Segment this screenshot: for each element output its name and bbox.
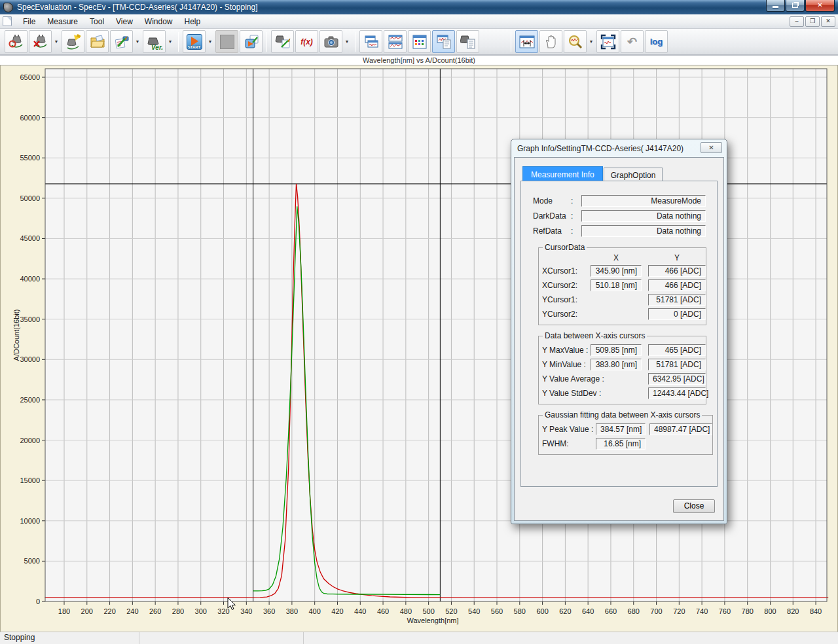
svg-text:440: 440 [354, 607, 366, 615]
disconnect-button[interactable] [29, 30, 52, 53]
menu-file[interactable]: File [17, 15, 41, 28]
svg-text:620: 620 [559, 607, 571, 615]
between-cursors-group: Data between X-axis cursors Y MaxValue :… [538, 331, 706, 404]
minimize-button[interactable] [766, 0, 785, 12]
status-text: Stopping [0, 632, 139, 644]
svg-text:360: 360 [263, 607, 275, 615]
svg-text:55000: 55000 [20, 154, 40, 162]
svg-text:640: 640 [582, 607, 594, 615]
fit-window-button[interactable] [596, 30, 619, 53]
svg-text:35000: 35000 [20, 315, 40, 323]
measurement-info-page: Mode : MeasureMode DarkData : Data nothi… [520, 181, 718, 487]
cursor-data-title: CursorData [543, 243, 587, 252]
dialog-close-icon[interactable]: ✕ [701, 142, 722, 153]
dialog-content: Measurement Info GraphOption Mode : Meas… [514, 157, 724, 521]
mode-label: Mode [533, 196, 571, 206]
darkdata-row: DarkData : Data nothing [533, 209, 717, 222]
menu-help[interactable]: Help [179, 15, 207, 28]
chart-title: Wavelength[nm] vs A/Dcount(16bit) [0, 55, 838, 65]
graph-info-button[interactable] [432, 30, 455, 53]
svg-text:540: 540 [468, 607, 480, 615]
svg-text:45000: 45000 [20, 234, 40, 242]
title-bar[interactable]: SpecEvaluation - SpecEv - [TM-CCD-Aserie… [0, 0, 838, 14]
menu-view[interactable]: View [110, 15, 139, 28]
device-info-button[interactable] [456, 30, 479, 53]
connect-button[interactable] [5, 30, 27, 53]
mode-value: MeasureMode [581, 195, 706, 207]
svg-text:840: 840 [810, 607, 822, 615]
version-dropdown[interactable]: ▼ [166, 30, 174, 53]
svg-text:480: 480 [400, 607, 412, 615]
capture-dropdown[interactable]: ▼ [343, 30, 351, 53]
svg-text:680: 680 [628, 607, 640, 615]
start-button[interactable]: START [183, 30, 206, 53]
refdata-label: RefData [533, 226, 571, 236]
mdi-minimize-button[interactable]: – [790, 16, 804, 27]
restore-button[interactable] [786, 0, 805, 12]
svg-text:60000: 60000 [20, 114, 40, 122]
function-button[interactable]: f(x) [295, 30, 318, 53]
tile-windows-button[interactable] [384, 30, 407, 53]
yavg-row: Y Value Average : 6342.95 [ADC] [542, 373, 706, 385]
svg-text:280: 280 [172, 607, 184, 615]
setting-save-dropdown[interactable]: ▼ [134, 30, 141, 53]
version-button[interactable]: Ver. [143, 30, 166, 53]
menu-window[interactable]: Window [139, 15, 179, 28]
svg-text:740: 740 [696, 607, 708, 615]
ycursor2-row: YCursor2: 0 [ADC] [542, 308, 706, 320]
svg-text:260: 260 [149, 607, 161, 615]
cursor-data-group: CursorData XY XCursor1: 345.90 [nm] 466 … [538, 243, 706, 325]
svg-text:40000: 40000 [20, 275, 40, 283]
start-dropdown[interactable]: ▼ [206, 30, 214, 53]
mdi-close-button[interactable]: ✕ [821, 16, 835, 27]
undo-button: ↶ [621, 30, 644, 53]
dialog-titlebar[interactable]: Graph Info/SettingTM-CCD-Aseries( J4147A… [511, 139, 727, 157]
open-button[interactable] [86, 30, 109, 53]
svg-text:420: 420 [331, 607, 343, 615]
app-icon [3, 3, 13, 12]
svg-text:520: 520 [445, 607, 457, 615]
gaussian-title: Gaussian fitting data between X-axis cur… [543, 410, 702, 420]
svg-text:460: 460 [377, 607, 389, 615]
svg-text:10000: 10000 [20, 517, 40, 525]
ymin-row: Y MinValue : 383.80 [nm] 51781 [ADC] [542, 359, 706, 370]
svg-text:0: 0 [36, 598, 40, 605]
setting-save-button[interactable] [110, 30, 133, 53]
svg-text:340: 340 [240, 607, 252, 615]
cascade-windows-button[interactable] [359, 30, 382, 53]
mdi-document-icon[interactable] [3, 16, 12, 26]
cursor-button[interactable] [515, 30, 538, 53]
menu-measure[interactable]: Measure [41, 15, 84, 28]
svg-text:400: 400 [309, 607, 321, 615]
status-section-3 [304, 632, 838, 644]
capture-button[interactable] [319, 30, 342, 53]
log-label: log [650, 37, 663, 46]
svg-text:560: 560 [491, 607, 503, 615]
undo-icon: ↶ [627, 35, 637, 48]
menu-tool[interactable]: Tool [84, 15, 110, 28]
zoom-button[interactable] [564, 30, 587, 53]
zoom-dropdown[interactable]: ▼ [587, 30, 595, 53]
close-window-button[interactable]: ✕ [805, 0, 835, 12]
close-button[interactable]: Close [673, 499, 715, 513]
log-button[interactable]: log [645, 30, 668, 53]
arrange-windows-button[interactable] [408, 30, 431, 53]
svg-text:5000: 5000 [24, 557, 40, 565]
col-y-header: Y [648, 253, 706, 262]
version-label: Ver. [151, 44, 163, 51]
x-axis-label: Wavelength[nm] [407, 617, 458, 624]
mode-row: Mode : MeasureMode [533, 194, 717, 207]
y-axis-label: A/DCount(16bit) [12, 310, 20, 361]
mdi-restore-button[interactable]: ❒ [805, 16, 820, 27]
darkdata-label: DarkData [533, 211, 571, 221]
start-icon: START [187, 34, 202, 50]
device-setting-button[interactable] [271, 30, 294, 53]
pan-button[interactable] [539, 30, 562, 53]
svg-text:380: 380 [286, 607, 298, 615]
refdata-row: RefData : Data nothing [533, 224, 717, 237]
svg-text:820: 820 [787, 607, 799, 615]
start-setting-button[interactable] [240, 30, 263, 53]
disconnect-dropdown[interactable]: ▼ [52, 30, 60, 53]
svg-text:30000: 30000 [20, 355, 40, 363]
detect-device-button[interactable] [62, 30, 84, 53]
